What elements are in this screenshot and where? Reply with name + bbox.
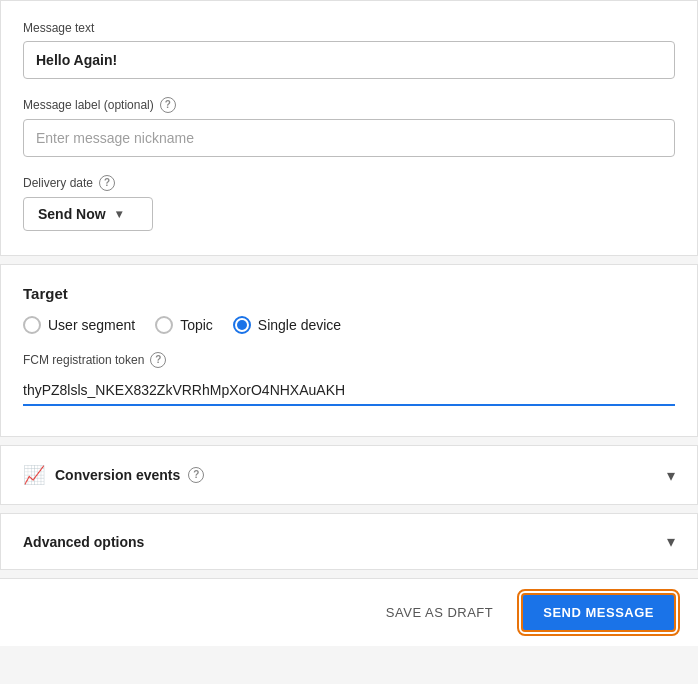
message-text-group: Message text (23, 21, 675, 79)
conversion-events-title: Conversion events ? (55, 467, 204, 483)
fcm-help-icon[interactable]: ? (150, 352, 166, 368)
advanced-options-title: Advanced options (23, 534, 144, 550)
conversion-events-help-icon[interactable]: ? (188, 467, 204, 483)
radio-group: User segment Topic Single device (23, 316, 675, 334)
delivery-date-group: Delivery date ? Send Now ▾ (23, 175, 675, 231)
message-label-input[interactable] (23, 119, 675, 157)
conversion-events-left: 📈 Conversion events ? (23, 464, 204, 486)
message-label-group: Message label (optional) ? (23, 97, 675, 157)
conversion-events-icon: 📈 (23, 464, 45, 486)
radio-single-device-circle (233, 316, 251, 334)
radio-single-device-dot (237, 320, 247, 330)
radio-single-device[interactable]: Single device (233, 316, 341, 334)
message-label-help-icon[interactable]: ? (160, 97, 176, 113)
message-label-label: Message label (optional) ? (23, 97, 675, 113)
radio-user-segment-label: User segment (48, 317, 135, 333)
conversion-events-chevron-icon: ▾ (667, 466, 675, 485)
delivery-date-help-icon[interactable]: ? (99, 175, 115, 191)
target-section: Target User segment Topic Single device … (0, 264, 698, 437)
radio-topic-circle (155, 316, 173, 334)
fcm-label: FCM registration token ? (23, 352, 675, 368)
delivery-date-button[interactable]: Send Now ▾ (23, 197, 153, 231)
radio-user-segment-circle (23, 316, 41, 334)
delivery-date-label: Delivery date ? (23, 175, 675, 191)
message-section: Message text Message label (optional) ? … (0, 0, 698, 256)
message-text-label: Message text (23, 21, 675, 35)
delivery-date-dropdown[interactable]: Send Now ▾ (23, 197, 153, 231)
target-title: Target (23, 285, 675, 302)
delivery-date-chevron-icon: ▾ (116, 207, 122, 221)
advanced-options-section[interactable]: Advanced options ▾ (0, 513, 698, 570)
message-text-input[interactable] (23, 41, 675, 79)
conversion-events-section[interactable]: 📈 Conversion events ? ▾ (0, 445, 698, 505)
page-container: Message text Message label (optional) ? … (0, 0, 698, 684)
radio-single-device-label: Single device (258, 317, 341, 333)
radio-topic-label: Topic (180, 317, 213, 333)
save-draft-button[interactable]: SAVE AS DRAFT (374, 597, 505, 628)
fcm-token-input[interactable] (23, 374, 675, 406)
send-message-button[interactable]: SEND MESSAGE (521, 593, 676, 632)
delivery-date-value: Send Now (38, 206, 106, 222)
fcm-token-group: FCM registration token ? (23, 352, 675, 406)
radio-user-segment[interactable]: User segment (23, 316, 135, 334)
radio-topic[interactable]: Topic (155, 316, 213, 334)
advanced-options-left: Advanced options (23, 534, 144, 550)
footer-bar: SAVE AS DRAFT SEND MESSAGE (0, 578, 698, 646)
advanced-options-chevron-icon: ▾ (667, 532, 675, 551)
